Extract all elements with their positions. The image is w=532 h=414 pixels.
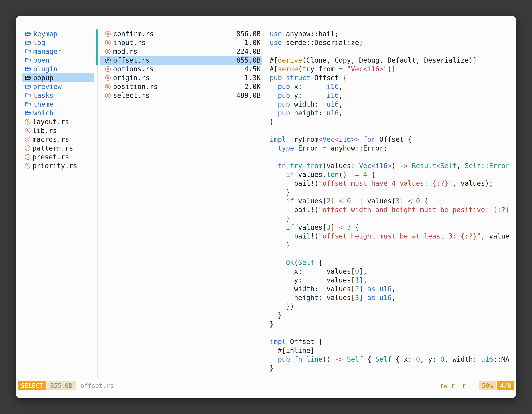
file-row-confirm[interactable]: R confirm.rs 856.0B [100,29,262,38]
sidebar-item-log[interactable]: log [22,38,94,47]
file-name: options.rs [113,65,154,73]
code-line: type Error = anyhow::Error; [270,144,513,153]
code-line: bail!("offset must have 4 values: {:?}",… [270,179,513,188]
sidebar-item-plugin[interactable]: plugin [22,65,94,73]
folder-open-icon [25,40,31,45]
code-line: Ok(Self { [270,258,513,267]
terminal-window: keymap log manager open plugin popup pre… [16,16,516,398]
status-right-group: -rw-r--r-- 50% 4/8 [436,381,516,390]
code-line: impl TryFrom<Vec<i16>> for Offset { [270,135,513,144]
sidebar-item-which[interactable]: which [22,109,94,117]
code-line: if values[2] < 0 || values[3] < 0 { [270,197,513,205]
sidebar-item-manager[interactable]: manager [22,47,94,56]
code-line: y: values[1], [270,276,513,285]
rust-file-icon: R [25,163,30,169]
file-row-offset[interactable]: R offset.rs 855.0B [100,56,262,65]
rust-file-icon: R [105,84,111,89]
file-size-badge: 855.0B [47,381,76,390]
sidebar-item-label: macros.rs [32,135,69,143]
rust-file-icon: R [105,40,111,45]
code-line: #[derive(Clone, Copy, Debug, Default, De… [270,56,513,65]
cursor-position-badge: 4/8 [497,381,514,390]
code-line: fn try_from(values: Vec<i16>) -> Result<… [270,161,513,170]
sidebar-item-priority-rs[interactable]: R priority.rs [22,161,94,170]
sidebar-item-popup[interactable]: popup [22,73,94,82]
folder-open-icon [25,84,31,89]
file-name: select.rs [113,91,150,99]
folder-open-icon [25,102,31,107]
code-line: } [270,320,513,328]
code-line: #[serde(try_from = "Vec<i16>")] [270,65,513,73]
sidebar-item-open[interactable]: open [22,56,94,65]
sidebar-item-label: priority.rs [32,162,77,170]
file-name: mod.rs [113,48,137,55]
folder-open-icon [25,67,31,72]
code-line [270,328,513,337]
status-filename: offset.rs [81,382,114,389]
file-size: 855.0B [236,56,261,64]
code-line: x: values[0], [270,267,513,276]
sidebar-item-lib-rs[interactable]: R lib.rs [22,126,94,135]
code-line: bail!("offset width and height must be p… [270,205,513,214]
sidebar-item-pattern-rs[interactable]: R pattern.rs [22,144,94,153]
folder-open-icon [25,58,31,63]
file-permissions: -rw-r--r-- [436,382,473,389]
code-line: pub width: u16, [270,100,513,109]
rust-file-icon: R [25,145,30,151]
code-line: #[inline] [270,346,513,355]
file-row-input[interactable]: R input.rs 1.0K [100,38,262,47]
file-name: offset.rs [113,56,150,64]
file-row-origin[interactable]: R origin.rs 1.3K [100,73,262,82]
sidebar-item-label: theme [33,100,53,108]
code-line: }) [270,302,513,311]
file-name: input.rs [113,39,146,47]
file-size: 4.5K [245,65,261,73]
sidebar-item-label: preset.rs [32,153,69,161]
file-size: 1.0K [245,39,261,47]
sidebar-item-macros-rs[interactable]: R macros.rs [22,135,94,144]
file-name: confirm.rs [113,30,154,38]
sidebar-item-preset-rs[interactable]: R preset.rs [22,153,94,161]
file-row-options[interactable]: R options.rs 4.5K [100,65,262,73]
sidebar-item-label: tasks [33,91,53,99]
code-line: height: values[3] as u16, [270,293,513,302]
file-row-position[interactable]: R position.rs 2.0K [100,82,262,91]
rust-file-icon: R [25,119,30,125]
code-line: pub struct Offset { [270,73,513,82]
code-line: impl Offset { [270,337,513,346]
sidebar-item-label: manager [33,48,62,55]
mode-badge: SELECT [18,381,46,390]
rust-file-icon: R [25,154,30,160]
current-pane: R confirm.rs 856.0B R input.rs 1.0K R mo… [100,29,262,100]
status-bar: SELECT 855.0B offset.rs -rw-r--r-- 50% 4… [16,381,516,390]
sidebar-item-label: open [33,56,49,64]
sidebar-item-label: pattern.rs [32,144,73,152]
folder-open-icon [25,31,31,36]
code-line [270,126,513,135]
sidebar-item-keymap[interactable]: keymap [22,29,94,38]
code-line: } [270,117,513,126]
folder-open-icon [25,110,31,116]
code-line: if values[3] < 3 { [270,223,513,232]
file-row-select[interactable]: R select.rs 489.0B [100,91,262,100]
sidebar-item-label: preview [33,83,62,91]
sidebar-item-label: layout.rs [32,118,69,126]
file-name: origin.rs [113,74,150,82]
sidebar-item-label: plugin [33,65,57,73]
sidebar-item-preview[interactable]: preview [22,82,94,91]
preview-pane: use anyhow::bail; use serde::Deserialize… [270,29,513,378]
code-line: pub y: i16, [270,91,513,100]
rust-file-icon: R [25,137,30,142]
file-name: position.rs [113,83,158,91]
sidebar-item-theme[interactable]: theme [22,100,94,109]
sidebar-item-layout-rs[interactable]: R layout.rs [22,117,94,126]
code-line: use anyhow::bail; [270,29,513,38]
sidebar-item-label: log [33,39,45,47]
sidebar-item-tasks[interactable]: tasks [22,91,94,100]
file-row-mod[interactable]: R mod.rs 224.0B [100,47,262,56]
file-size: 489.0B [236,91,261,99]
sidebar-item-label: lib.rs [32,127,57,135]
code-line: pub fn line() -> Self { Self { x: 0, y: … [270,355,513,364]
file-size: 2.0K [245,83,261,91]
sidebar-item-label: popup [33,74,53,82]
